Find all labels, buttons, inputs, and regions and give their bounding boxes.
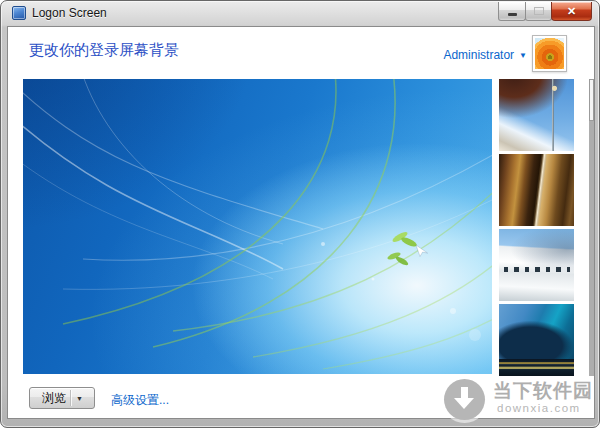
background-thumbnail-4[interactable] xyxy=(499,304,574,376)
content-area: 更改你的登录屏幕背景 Administrator ▼ xyxy=(7,26,595,419)
logon-background-preview xyxy=(23,79,492,374)
maximize-icon xyxy=(534,7,544,15)
chevron-down-icon: ▼ xyxy=(519,51,527,60)
window-title: Logon Screen xyxy=(32,6,107,21)
chevron-down-icon: ▼ xyxy=(71,395,88,402)
close-icon: ✕ xyxy=(567,6,576,17)
minimize-icon xyxy=(508,13,517,16)
window-controls: ✕ xyxy=(498,1,592,21)
thumbnail-scrollbar-track[interactable] xyxy=(589,79,594,376)
user-dropdown-label: Administrator xyxy=(443,48,514,62)
flower-image xyxy=(535,38,564,69)
advanced-settings-link[interactable]: 高级设置... xyxy=(111,392,169,409)
browse-button[interactable]: 浏览 ▼ xyxy=(29,387,95,409)
user-dropdown[interactable]: Administrator ▼ xyxy=(443,48,527,62)
background-thumbnail-1[interactable] xyxy=(499,79,574,151)
background-thumbnail-3[interactable] xyxy=(499,229,574,301)
minimize-button[interactable] xyxy=(498,2,526,21)
thumbnail-scrollbar-thumb[interactable] xyxy=(589,79,594,121)
wallpaper-overlay xyxy=(23,79,492,374)
background-thumbnail-2[interactable] xyxy=(499,154,574,226)
app-icon xyxy=(12,6,26,20)
page-title: 更改你的登录屏幕背景 xyxy=(29,41,179,60)
logon-screen-window: Logon Screen ✕ 更改你的登录屏幕背景 Administrator … xyxy=(0,0,600,428)
current-background-thumbnail[interactable] xyxy=(532,35,567,72)
windows-logo-icon xyxy=(387,230,418,267)
close-button[interactable]: ✕ xyxy=(551,2,592,21)
browse-button-label: 浏览 xyxy=(36,390,70,407)
maximize-button xyxy=(525,2,552,21)
cursor-icon xyxy=(416,245,428,257)
